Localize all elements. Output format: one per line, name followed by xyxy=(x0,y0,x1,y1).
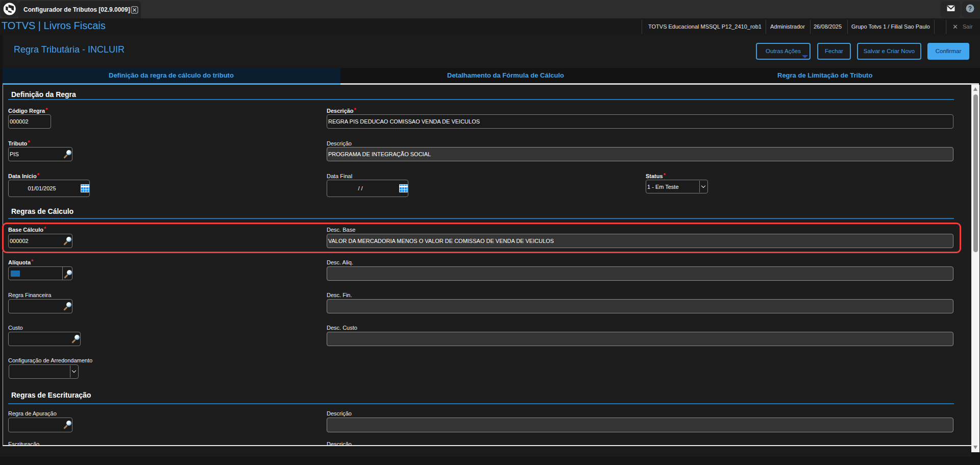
svg-text:?: ? xyxy=(968,5,972,12)
